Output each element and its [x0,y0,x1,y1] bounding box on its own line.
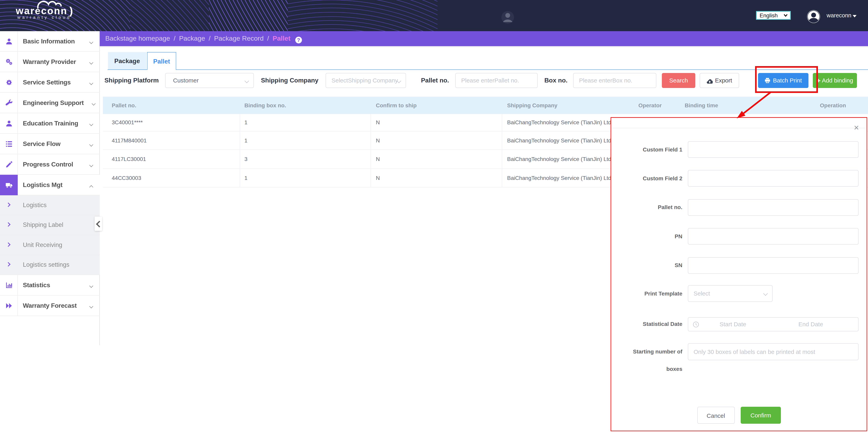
svg-text:warranty cloud: warranty cloud [17,15,71,20]
svg-text:): ) [69,5,73,17]
svg-text:wareconn: wareconn [16,5,67,17]
